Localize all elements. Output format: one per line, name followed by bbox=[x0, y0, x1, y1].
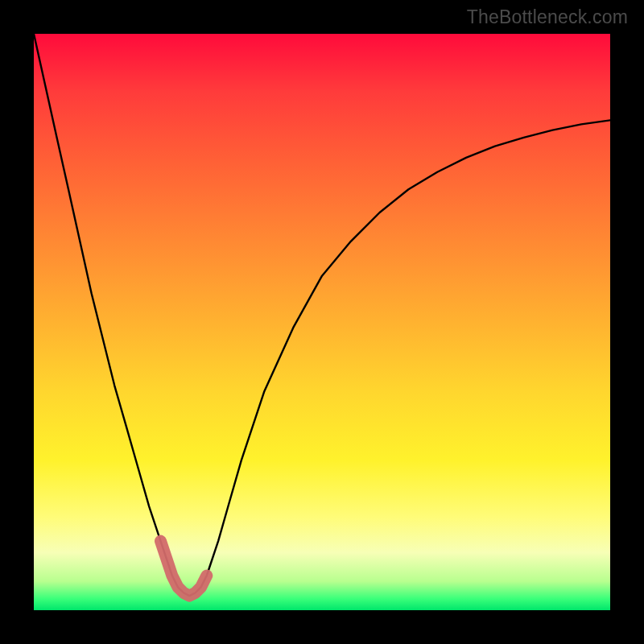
chart-frame: TheBottleneck.com bbox=[0, 0, 644, 644]
plot-area bbox=[34, 34, 610, 610]
curve-layer bbox=[34, 34, 610, 610]
bottleneck-curve bbox=[34, 34, 610, 596]
watermark-text: TheBottleneck.com bbox=[467, 6, 628, 28]
minimum-highlight bbox=[161, 541, 207, 596]
